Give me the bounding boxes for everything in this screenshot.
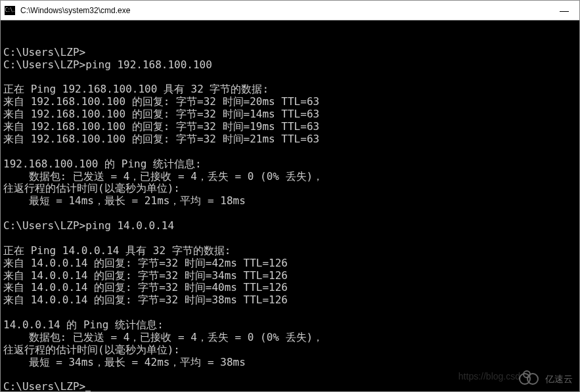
terminal-line: 14.0.0.14 的 Ping 统计信息: (3, 319, 577, 332)
window-controls: — (549, 1, 579, 20)
terminal-line: C:\Users\LZP>ping 192.168.100.100 (3, 59, 577, 72)
terminal-line: 数据包: 已发送 = 4，已接收 = 4，丢失 = 0 (0% 丢失)， (3, 332, 577, 344)
terminal-line: 往返行程的估计时间(以毫秒为单位): (3, 183, 577, 195)
terminal-line (3, 146, 577, 158)
terminal-content: C:\Users\LZP>C:\Users\LZP>ping 192.168.1… (3, 47, 577, 391)
cmd-window: C:\. C:\Windows\system32\cmd.exe — C:\Us… (0, 0, 580, 392)
terminal-line: C:\Users\LZP>ping 14.0.0.14 (3, 220, 577, 232)
terminal-line: 来自 192.168.100.100 的回复: 字节=32 时间=21ms TT… (3, 133, 577, 146)
terminal-line: 来自 192.168.100.100 的回复: 字节=32 时间=14ms TT… (3, 108, 577, 121)
terminal-line: 最短 = 34ms，最长 = 42ms，平均 = 38ms (3, 357, 577, 369)
window-title: C:\Windows\system32\cmd.exe (20, 6, 549, 15)
terminal-line: 来自 14.0.0.14 的回复: 字节=32 时间=38ms TTL=126 (3, 294, 577, 307)
terminal-line: 来自 192.168.100.100 的回复: 字节=32 时间=20ms TT… (3, 96, 577, 108)
terminal-line (3, 72, 577, 84)
terminal-line: 来自 14.0.0.14 的回复: 字节=32 时间=40ms TTL=126 (3, 282, 577, 294)
terminal-line (3, 307, 577, 319)
titlebar: C:\. C:\Windows\system32\cmd.exe — (1, 1, 579, 20)
terminal-line (3, 207, 577, 220)
terminal-line: 数据包: 已发送 = 4，已接收 = 4，丢失 = 0 (0% 丢失)， (3, 171, 577, 183)
terminal-line: 正在 Ping 192.168.100.100 具有 32 字节的数据: (3, 83, 577, 96)
terminal-area[interactable]: C:\Users\LZP>C:\Users\LZP>ping 192.168.1… (1, 20, 579, 391)
terminal-line: 最短 = 14ms，最长 = 21ms，平均 = 18ms (3, 195, 577, 207)
watermark-url: https://blog.csd (458, 371, 520, 382)
cmd-icon: C:\. (5, 6, 15, 15)
terminal-line (3, 232, 577, 245)
terminal-line: 正在 Ping 14.0.0.14 具有 32 字节的数据: (3, 245, 577, 257)
logo-icon (519, 370, 543, 387)
terminal-line: C:\Users\LZP> (3, 47, 577, 59)
terminal-line: C:\Users\LZP> (3, 381, 577, 391)
terminal-line: 192.168.100.100 的 Ping 统计信息: (3, 158, 577, 171)
watermark-logo: 亿速云 (519, 370, 573, 387)
minimize-button[interactable]: — (549, 1, 579, 20)
terminal-line: 来自 192.168.100.100 的回复: 字节=32 时间=19ms TT… (3, 121, 577, 133)
terminal-line: 来自 14.0.0.14 的回复: 字节=32 时间=34ms TTL=126 (3, 270, 577, 282)
terminal-line: 来自 14.0.0.14 的回复: 字节=32 时间=42ms TTL=126 (3, 257, 577, 270)
cursor (85, 391, 91, 391)
terminal-line: 往返行程的估计时间(以毫秒为单位): (3, 344, 577, 357)
